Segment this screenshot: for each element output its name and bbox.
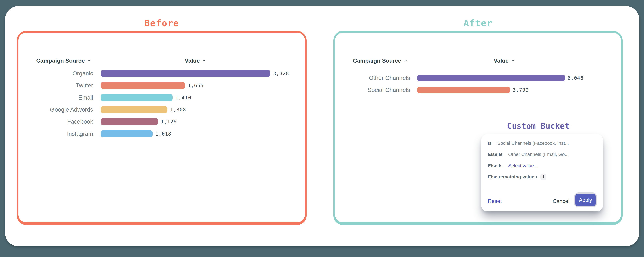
- info-icon[interactable]: i: [540, 174, 546, 180]
- table-row: Instagram1,018: [18, 130, 305, 137]
- bar[interactable]: [100, 94, 172, 101]
- table-row: Organic3,328: [18, 70, 305, 77]
- bar-value-label: 1,126: [161, 119, 176, 125]
- apply-button[interactable]: Apply: [575, 194, 596, 206]
- bar-value-label: 1,308: [170, 107, 186, 113]
- custom-bucket-title: Custom Bucket: [505, 121, 572, 131]
- row-label: Other Channels: [335, 75, 417, 81]
- bar-value-label: 1,655: [188, 83, 204, 88]
- before-panel: Campaign Source Value Organic3,328Twitte…: [17, 31, 306, 224]
- select-value-link[interactable]: Select value...: [508, 163, 538, 168]
- before-title: Before: [17, 18, 306, 28]
- bar[interactable]: [100, 118, 158, 125]
- bucket-condition-row: Else remaining valuesi: [488, 173, 600, 181]
- chevron-down-icon: [511, 58, 515, 63]
- column-header-label: Value: [494, 57, 509, 64]
- chevron-down-icon: [87, 58, 91, 63]
- bar-value-label: 1,410: [175, 95, 191, 100]
- condition-label: Else remaining values: [488, 174, 537, 180]
- canvas-card: Before After Campaign Source Value Organ…: [5, 6, 639, 246]
- column-header-label: Campaign Source: [353, 57, 401, 64]
- before-column-header-value[interactable]: Value: [185, 56, 206, 65]
- chevron-down-icon: [202, 58, 206, 63]
- chevron-down-icon: [403, 58, 408, 63]
- row-label: Social Channels: [335, 87, 417, 93]
- bar[interactable]: [100, 82, 185, 89]
- condition-label: Is: [488, 141, 492, 146]
- row-label: Twitter: [18, 82, 100, 89]
- column-header-label: Campaign Source: [36, 57, 85, 64]
- bucket-conditions: IsSocial Channels (Facebook, Inst...Else…: [481, 134, 603, 181]
- condition-label: Else Is: [488, 152, 502, 157]
- bucket-condition-row: Else IsOther Channels (Email, Go...: [488, 151, 600, 158]
- table-row: Other Channels6,046: [335, 75, 621, 81]
- table-row: Social Channels3,799: [335, 87, 621, 93]
- table-row: Facebook1,126: [18, 118, 305, 125]
- condition-value[interactable]: Other Channels (Email, Go...: [508, 152, 568, 157]
- table-row: Twitter1,655: [18, 82, 305, 89]
- after-column-header-value[interactable]: Value: [494, 56, 515, 65]
- row-label: Facebook: [18, 118, 100, 125]
- row-label: Instagram: [18, 130, 100, 137]
- bar[interactable]: [417, 87, 510, 93]
- popup-divider: [484, 189, 600, 189]
- row-label: Email: [18, 94, 100, 101]
- after-title: After: [334, 18, 622, 28]
- condition-value[interactable]: Social Channels (Facebook, Inst...: [497, 141, 569, 146]
- bar[interactable]: [417, 75, 565, 81]
- table-row: Google Adwords1,308: [18, 106, 305, 113]
- after-chart-rows: Other Channels6,046Social Channels3,799: [335, 75, 621, 99]
- bar[interactable]: [100, 106, 167, 113]
- bucket-condition-row: Else IsSelect value...: [488, 162, 600, 170]
- screenshot-root: { "canvas": { "background": "#4C6770", "…: [0, 0, 644, 257]
- cancel-button[interactable]: Cancel: [552, 198, 569, 204]
- bucket-condition-row: IsSocial Channels (Facebook, Inst...: [488, 139, 600, 147]
- after-column-header-campaign-source[interactable]: Campaign Source: [353, 56, 408, 65]
- before-chart-rows: Organic3,328Twitter1,655Email1,410Google…: [18, 70, 305, 142]
- apply-button-focus-ring: Apply: [574, 193, 597, 207]
- bar[interactable]: [100, 70, 270, 77]
- bar[interactable]: [100, 130, 152, 137]
- row-label: Organic: [18, 70, 100, 77]
- bar-value-label: 3,328: [273, 70, 289, 76]
- bar-value-label: 3,799: [513, 87, 528, 93]
- before-column-header-campaign-source[interactable]: Campaign Source: [36, 56, 91, 65]
- bar-value-label: 1,018: [155, 131, 171, 137]
- table-row: Email1,410: [18, 94, 305, 101]
- bar-value-label: 6,046: [568, 75, 584, 81]
- custom-bucket-popup: IsSocial Channels (Facebook, Inst...Else…: [481, 134, 603, 212]
- row-label: Google Adwords: [18, 106, 100, 113]
- reset-button[interactable]: Reset: [488, 198, 502, 204]
- condition-label: Else Is: [488, 163, 502, 168]
- column-header-label: Value: [185, 57, 200, 64]
